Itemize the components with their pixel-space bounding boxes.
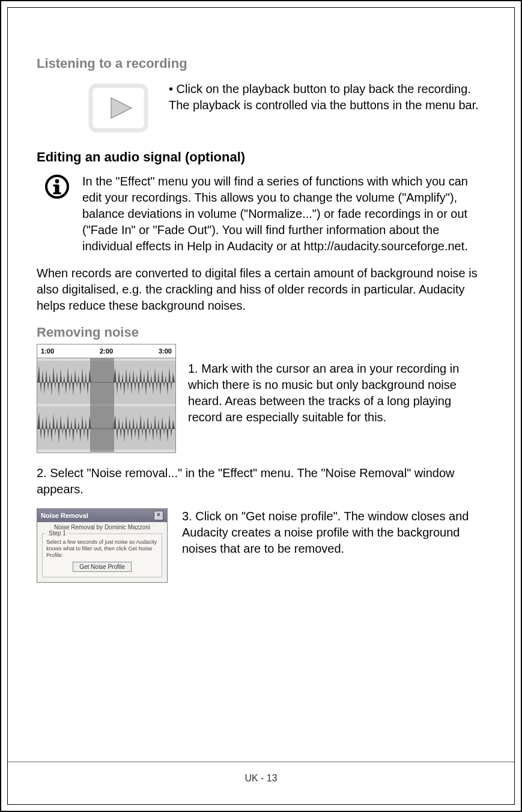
dialog-row: Noise Removal × Noise Removal by Dominic… <box>37 508 485 583</box>
ruler-tick-1: 1:00 <box>41 347 54 355</box>
play-row: • Click on the playback button to play b… <box>37 81 485 135</box>
section-title-removing: Removing noise <box>37 325 485 340</box>
waveform-figure: 1:00 2:00 3:00 <box>37 344 176 453</box>
svg-rect-7 <box>53 193 61 194</box>
waveform-body <box>37 358 175 452</box>
dialog-titlebar: Noise Removal × <box>37 509 167 522</box>
waveform-ruler: 1:00 2:00 3:00 <box>37 344 175 358</box>
dialog-step-label: Step 1 <box>46 530 68 537</box>
noise-removal-dialog: Noise Removal × Noise Removal by Dominic… <box>37 508 168 583</box>
close-icon[interactable]: × <box>154 511 163 520</box>
listening-bullet: • Click on the playback button to play b… <box>169 81 485 113</box>
info-icon <box>45 175 69 199</box>
get-noise-profile-button[interactable]: Get Noise Profile <box>73 562 132 572</box>
dialog-title: Noise Removal <box>41 512 88 519</box>
info-row: In the "Effect" menu you will find a ser… <box>37 173 485 254</box>
editing-paragraph: When records are converted to digital fi… <box>37 265 485 314</box>
waveform-selection <box>90 358 114 452</box>
dialog-step-text: Select a few seconds of just noise so Au… <box>46 539 158 558</box>
page-inner: Listening to a recording • Click on the … <box>7 7 515 805</box>
play-button-figure <box>82 81 154 135</box>
play-icon <box>82 82 154 134</box>
svg-rect-6 <box>53 185 57 187</box>
editing-info-text: In the "Effect" menu you will find a ser… <box>82 173 485 254</box>
svg-point-4 <box>55 179 59 184</box>
page-footer: UK - 13 <box>8 762 514 784</box>
dialog-step-1: Step 1 Select a few seconds of just nois… <box>42 534 162 577</box>
page-frame: Listening to a recording • Click on the … <box>0 0 522 812</box>
section-title-listening: Listening to a recording <box>37 56 485 71</box>
removing-step-2: 2. Select "Noise removal..." in the "Eff… <box>37 465 485 498</box>
removing-step-3: 3. Click on "Get noise profile". The win… <box>182 508 485 557</box>
ruler-tick-3: 3:00 <box>159 347 172 355</box>
page-number: UK - 13 <box>244 773 277 783</box>
removing-step-1: 1. Mark with the cursor an area in your … <box>188 344 485 426</box>
waveform-row: 1:00 2:00 3:00 <box>37 344 485 453</box>
footer-rule <box>8 762 514 762</box>
section-title-editing: Editing an audio signal (optional) <box>37 149 485 165</box>
ruler-tick-2: 2:00 <box>100 347 113 355</box>
